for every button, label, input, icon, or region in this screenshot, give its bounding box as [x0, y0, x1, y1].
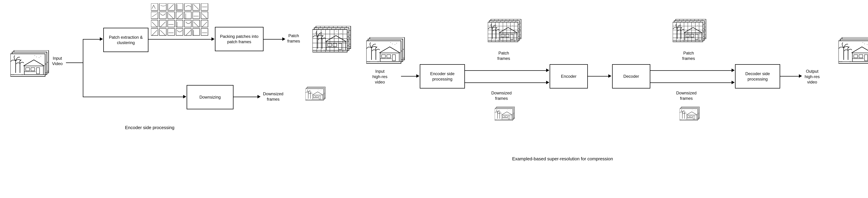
connector [264, 39, 283, 39]
patch-extraction-box: Patch extraction & clustering [103, 28, 148, 52]
down-frames-image-r1 [495, 107, 524, 128]
down-frames-label-r1: Downsized frames [491, 90, 512, 101]
connector [650, 82, 732, 83]
output-highres-image [838, 37, 868, 65]
patch-frames-label-r2: Patch frames [682, 50, 695, 61]
patch-cluster-image [151, 3, 210, 38]
downsized-frames-label-left: Downsized frames [263, 91, 283, 102]
patch-frames-image-r2 [673, 19, 707, 43]
input-video-image [10, 50, 50, 78]
encoder-side-box: Encoder side processing [420, 64, 465, 89]
downsizing-box: Downsizing [187, 85, 234, 109]
connector [401, 76, 416, 76]
input-highres-image [366, 37, 406, 65]
arrow-icon [608, 74, 612, 78]
arrow-icon [732, 81, 735, 84]
connector [588, 76, 609, 76]
svg-rect-27 [159, 3, 166, 10]
connector [650, 70, 732, 71]
connector [780, 76, 799, 76]
connector [66, 63, 83, 63]
arrow-icon [416, 74, 420, 78]
connector [465, 70, 547, 71]
arrow-icon [546, 81, 549, 84]
patch-frames-image-r1 [488, 19, 523, 43]
arrow-icon [546, 69, 549, 72]
svg-rect-30 [184, 3, 191, 10]
packing-box: Packing patches into patch frames [215, 27, 264, 51]
left-caption: Encoder side processing [125, 125, 175, 130]
right-caption: Exampled-based super-resolution for comp… [512, 156, 613, 162]
decoder-side-box: Decoder side processing [735, 64, 780, 89]
decoder-box: Decoder [612, 64, 650, 89]
connector [83, 39, 83, 97]
arrow-icon [100, 37, 103, 41]
arrow-icon [732, 69, 735, 72]
patch-frames-image-left [312, 26, 352, 54]
patch-frames-label-r1: Patch frames [497, 50, 510, 61]
patch-frames-label-left: Patch frames [287, 33, 300, 44]
connector [465, 82, 547, 83]
connector [148, 39, 212, 39]
arrow-icon [212, 37, 215, 41]
output-highres-label: Output high-res video [805, 69, 820, 85]
downsized-frames-image-left [306, 87, 335, 108]
arrow-icon [799, 74, 802, 78]
down-frames-image-r2 [680, 107, 709, 128]
arrow-icon [282, 37, 285, 41]
connector [83, 97, 184, 97]
input-video-label: Input Video [52, 56, 63, 66]
connector [234, 97, 258, 97]
input-highres-label: Input high-res video [372, 69, 388, 85]
encoder-box: Encoder [550, 64, 588, 89]
connector [83, 39, 100, 39]
arrow-icon [183, 95, 186, 98]
down-frames-label-r2: Downsized frames [676, 90, 696, 101]
arrow-icon [257, 95, 260, 98]
